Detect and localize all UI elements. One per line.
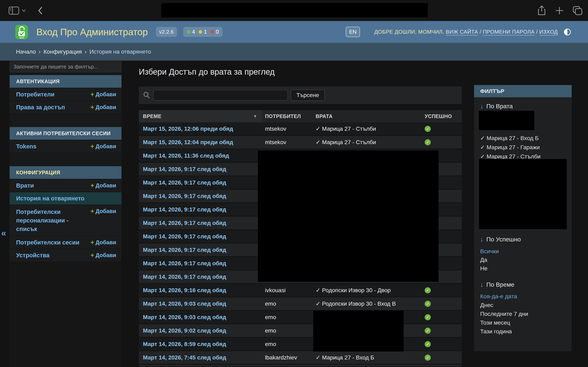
event-time-link[interactable]: Март 14, 2026, 9:03 след обяд: [139, 300, 262, 307]
filter-option-any-date[interactable]: Коя-да-е дата: [474, 292, 572, 301]
sidebar-item-access-rights[interactable]: Права за достъп +Добави: [9, 101, 121, 113]
plus-icon: +: [90, 208, 94, 215]
event-time-link[interactable]: Март 14, 2026, 9:17 след обяд: [139, 193, 262, 200]
sidebar-section-authentication: АВТЕНТИКАЦИЯ: [9, 75, 121, 88]
tab-overview-icon[interactable]: [572, 6, 583, 16]
status-green-dot-icon: [187, 30, 190, 34]
event-time-link[interactable]: Март 14, 2026, 9:17 след обяд: [139, 260, 262, 267]
event-time-link[interactable]: Март 14, 2026, 9:17 след обяд: [139, 166, 262, 173]
add-access-right-button[interactable]: +Добави: [90, 104, 116, 111]
add-session-button[interactable]: +Добави: [90, 239, 116, 246]
event-time-link[interactable]: Март 14, 2026, 8:59 след обяд: [139, 341, 262, 347]
logout-link[interactable]: ИЗХОД: [539, 29, 558, 35]
add-device-button[interactable]: +Добави: [90, 252, 116, 259]
sidebar-collapse-button[interactable]: «: [1, 228, 6, 238]
success-check-icon: ✓: [425, 139, 431, 145]
event-time-link[interactable]: Март 14, 2026, 9:17 след обяд: [139, 233, 262, 240]
sidebar-item-user-sessions[interactable]: Потребителски сесии +Добави: [9, 236, 121, 249]
event-user: emo: [262, 314, 314, 320]
sidebar-item-users[interactable]: Потребители +Добави: [9, 88, 121, 100]
sidebar-section-configuration: КОНФИГУРАЦИЯ: [9, 166, 121, 179]
arrow-down-icon: ↓: [480, 103, 484, 110]
search-icon: [143, 92, 150, 99]
user-tools: ДОБРЕ ДОШЛИ, МОМЧИЛ. ВИЖ САЙТА / ПРОМЕНИ…: [374, 29, 558, 35]
new-tab-icon[interactable]: [555, 6, 564, 15]
column-header-success[interactable]: УСПЕШНО: [416, 110, 462, 122]
table-row[interactable]: Март 15, 2026, 12:06 преди обяд mtsekov …: [139, 122, 462, 136]
filter-option-this-month[interactable]: Този месец: [474, 318, 572, 327]
event-time-link[interactable]: Март 14, 2026, 9:17 след обяд: [139, 206, 262, 213]
breadcrumb-separator: ›: [39, 49, 41, 55]
column-header-user[interactable]: ПОТРЕБИТЕЛ: [262, 110, 314, 122]
filter-option-this-year[interactable]: Тази година: [474, 327, 572, 336]
sort-desc-icon[interactable]: ▼: [253, 114, 257, 119]
event-time-link[interactable]: Март 14, 2026, 9:16 след обяд: [139, 287, 262, 294]
filter-option-door[interactable]: ✓ Марица 27 - Гаражи: [474, 143, 572, 152]
filter-option-today[interactable]: Днес: [474, 301, 572, 309]
filter-option-last-7-days[interactable]: Последните 7 дни: [474, 309, 572, 318]
language-button[interactable]: EN: [346, 27, 360, 37]
chevron-down-icon[interactable]: [22, 9, 26, 12]
event-time-link[interactable]: Март 14, 2026, 9:17 след обяд: [139, 247, 262, 253]
table-row[interactable]: Март 14, 2026, 9:02 след обяд emo ✓: [139, 324, 462, 338]
event-user: emo: [262, 300, 314, 307]
back-icon[interactable]: [38, 7, 43, 15]
breadcrumb-config-link[interactable]: Конфигурация: [43, 49, 82, 55]
event-time-link[interactable]: Март 15, 2026, 12:04 преди обяд: [139, 139, 262, 146]
sidebar-toggle-icon[interactable]: [9, 7, 19, 15]
event-time-link[interactable]: Март 14, 2026, 11:36 след обяд: [139, 152, 262, 159]
sidebar-filter-input[interactable]: [9, 61, 121, 72]
table-row[interactable]: Март 14, 2026, 8:59 след обяд emo ✓: [139, 338, 462, 351]
app-title: Вход Про Администратор: [36, 26, 148, 38]
filter-option-door[interactable]: ✓ Марица 27 - Вход Б: [474, 133, 572, 143]
app-logo-padlock-icon: onzi: [15, 25, 28, 39]
event-time-link[interactable]: Март 14, 2026, 9:03 след обяд: [139, 314, 262, 320]
event-time-link[interactable]: Март 14, 2026, 9:02 след обяд: [139, 327, 262, 334]
event-time-link[interactable]: Март 14, 2026, 9:17 след обяд: [139, 220, 262, 226]
sidebar-spacer: [9, 114, 121, 126]
add-personalization-button[interactable]: +Добави: [90, 208, 116, 215]
filter-group-by-success: ↓ По Успешно: [474, 235, 572, 244]
filter-group-by-time: ↓ По Време: [474, 280, 572, 289]
sidebar-item-tokens[interactable]: Tokens +Добави: [9, 140, 121, 152]
event-user: emo: [262, 341, 314, 347]
table-row[interactable]: Март 14, 2026, 9:03 след обяд emo ✓ Родо…: [139, 297, 462, 311]
search-input[interactable]: [153, 90, 288, 101]
add-user-button[interactable]: +Добави: [90, 91, 116, 98]
sidebar-item-devices[interactable]: Устройства +Добави: [9, 249, 121, 261]
theme-toggle-icon[interactable]: [563, 28, 571, 36]
column-header-time[interactable]: ВРЕМЕ ▼: [139, 110, 262, 122]
table-row[interactable]: Март 15, 2026, 12:04 преди обяд mtsekov …: [139, 136, 462, 149]
add-door-button[interactable]: +Добави: [90, 182, 116, 189]
add-token-button[interactable]: +Добави: [90, 143, 116, 150]
event-time-link[interactable]: Март 14, 2026, 9:17 след обяд: [139, 179, 262, 186]
breadcrumb-home-link[interactable]: Начало: [16, 49, 36, 55]
welcome-text: ДОБРЕ ДОШЛИ, МОМЧИЛ.: [374, 29, 444, 35]
sidebar-item-user-personalizations[interactable]: Потребителски персонализации - списък +Д…: [9, 205, 121, 236]
event-time-link[interactable]: Март 15, 2026, 12:06 преди обяд: [139, 125, 262, 132]
filter-option-success-no[interactable]: Не: [474, 264, 572, 273]
event-time-link[interactable]: Март 14, 2026, 7:45 след обяд: [139, 354, 262, 361]
success-check-icon: ✓: [425, 328, 431, 334]
share-icon[interactable]: [537, 5, 546, 16]
view-site-link[interactable]: ВИЖ САЙТА: [446, 29, 478, 35]
filter-option-success-yes[interactable]: Да: [474, 256, 572, 264]
table-row[interactable]: Март 14, 2026, 7:45 след обяд lbakardzhi…: [139, 351, 462, 365]
event-time-link[interactable]: Март 14, 2026, 9:17 след обяд: [139, 274, 262, 280]
column-header-door[interactable]: ВРАТА: [314, 110, 416, 122]
status-red-count: 0: [216, 29, 219, 35]
table-row[interactable]: Март 14, 2026, 9:03 след обяд emo ✓: [139, 311, 462, 324]
change-password-link[interactable]: ПРОМЕНИ ПАРОЛА: [483, 29, 535, 35]
table-row[interactable]: Март 14, 2026, 9:16 след обяд ivkouasi ✓…: [139, 284, 462, 297]
plus-icon: +: [90, 143, 94, 150]
status-red-dot-icon: [210, 30, 214, 34]
sidebar-item-doors[interactable]: Врати +Добави: [9, 179, 121, 192]
event-door: ✓ Марица 27 - Вход Б: [314, 354, 416, 361]
plus-icon: +: [90, 104, 94, 111]
table-row-partial: [139, 365, 462, 367]
filter-option-success-all[interactable]: Всички: [474, 247, 572, 256]
search-button[interactable]: Търсене: [291, 90, 325, 101]
sidebar-item-open-history[interactable]: История на отварянето: [9, 192, 121, 205]
redaction-box-address-bar: [161, 3, 428, 17]
table-header-row: ВРЕМЕ ▼ ПОТРЕБИТЕЛ ВРАТА УСПЕШНО: [139, 110, 462, 122]
